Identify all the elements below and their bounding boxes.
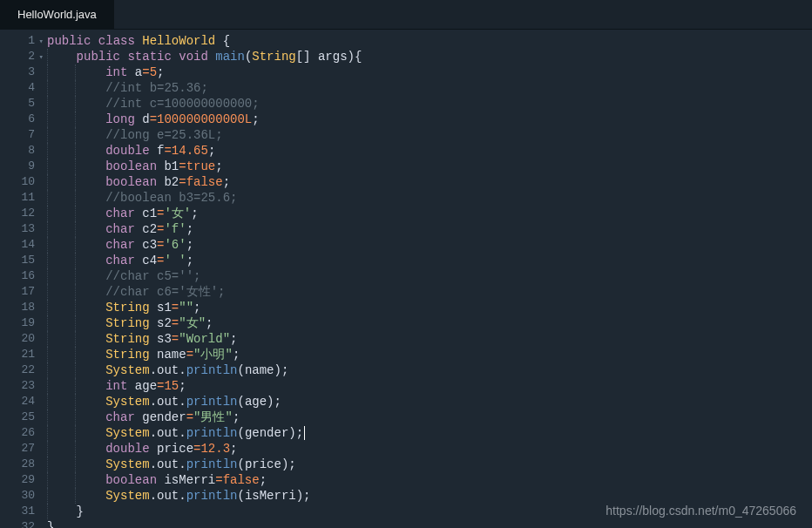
token-cls: String	[105, 332, 149, 346]
code-line[interactable]: System.out.println(price);	[47, 457, 812, 472]
code-line[interactable]: String name="小明";	[47, 347, 812, 362]
code-line[interactable]: //long e=25.36L;	[47, 127, 812, 143]
line-number: 27	[3, 441, 35, 457]
token-punct: ;	[191, 206, 198, 220]
indent-guide	[75, 268, 76, 284]
code-line[interactable]: String s1="";	[47, 300, 812, 315]
code-line[interactable]: int a=5;	[47, 64, 812, 80]
token-op: =	[172, 316, 179, 330]
indent-guide	[47, 284, 48, 300]
code-line[interactable]: boolean b1=true;	[47, 159, 812, 174]
watermark: https://blog.csdn.net/m0_47265066	[606, 504, 796, 518]
token-space	[135, 222, 142, 236]
token-punct: ;	[157, 65, 164, 79]
token-id: s1	[157, 301, 172, 315]
indent-guide	[47, 378, 48, 394]
token-id: out	[157, 395, 179, 409]
code-line[interactable]: public class HelloWorld {	[47, 33, 812, 49]
indent-guide	[75, 300, 76, 315]
code-line[interactable]: double f=14.65;	[47, 143, 812, 159]
code-line[interactable]: //int b=25.36;	[47, 80, 812, 96]
code-line[interactable]: //char c5='';	[47, 268, 812, 284]
code-line[interactable]: char c3='6';	[47, 237, 812, 253]
code-line[interactable]: boolean isMerri=false;	[47, 472, 812, 488]
token-type: char	[105, 254, 135, 267]
token-id: c3	[142, 238, 157, 252]
token-op: =	[179, 159, 186, 173]
code-line[interactable]: System.out.println(name);	[47, 362, 812, 378]
token-punct: ;	[208, 144, 215, 158]
token-kw: class	[98, 34, 135, 48]
code-line[interactable]: //boolean b3=25.6;	[47, 190, 812, 206]
code-line[interactable]: char c4=' ';	[47, 253, 812, 268]
code-editor[interactable]: 1▾2▾345678910111213141516171819202122232…	[0, 30, 812, 528]
code-line[interactable]: }	[47, 519, 812, 528]
indent-guide	[47, 237, 48, 253]
token-num: 100000000000L	[157, 112, 252, 126]
line-number: 20	[3, 331, 35, 347]
token-space	[135, 254, 142, 267]
token-punct: .	[150, 363, 157, 377]
token-punct: ;	[223, 175, 230, 189]
indent-guide	[75, 315, 76, 331]
token-op: =	[172, 332, 179, 346]
code-line[interactable]: String s3="World";	[47, 331, 812, 347]
token-op: =	[186, 410, 193, 424]
indent-guide	[75, 488, 76, 504]
code-line[interactable]: char c1='女';	[47, 206, 812, 221]
token-type: char	[105, 206, 135, 220]
indent-guide	[47, 112, 48, 127]
line-number: 17	[3, 284, 35, 300]
token-punct: ;	[179, 379, 186, 393]
token-id: price	[157, 442, 193, 456]
code-line[interactable]: public static void main(String[] args){	[47, 49, 812, 64]
token-punct: .	[150, 426, 157, 440]
token-punct: (	[237, 457, 244, 471]
token-id: args	[318, 50, 348, 64]
indent-guide	[75, 221, 76, 237]
code-line[interactable]: System.out.println(age);	[47, 394, 812, 410]
code-line[interactable]: int age=15;	[47, 378, 812, 394]
code-line[interactable]: long d=100000000000L;	[47, 112, 812, 127]
token-type: long	[105, 112, 135, 126]
indent-guide	[47, 441, 48, 457]
code-line[interactable]: String s2="女";	[47, 315, 812, 331]
token-punct: ;	[193, 301, 200, 315]
code-line[interactable]: double price=12.3;	[47, 441, 812, 457]
token-type: char	[105, 222, 135, 236]
line-number: 15	[3, 253, 35, 268]
code-content[interactable]: public class HelloWorld { public static …	[42, 30, 812, 528]
token-kw: static	[127, 50, 171, 64]
token-cls: String	[105, 316, 149, 330]
token-str: "女"	[179, 316, 206, 330]
line-number: 24	[3, 394, 35, 410]
token-comment: //char c6='女性';	[105, 285, 225, 299]
token-id: out	[157, 489, 179, 503]
token-id: c4	[142, 254, 157, 267]
indent-guide	[47, 410, 48, 425]
indent-guide	[75, 362, 76, 378]
token-id: b2	[164, 175, 179, 189]
token-fn: println	[186, 363, 238, 377]
indent-guide	[75, 347, 76, 362]
code-line[interactable]: boolean b2=false;	[47, 174, 812, 190]
token-fn: println	[186, 395, 238, 409]
token-cls: String	[252, 50, 295, 64]
token-punct: ;	[260, 473, 267, 487]
token-op: =	[142, 65, 149, 79]
code-line[interactable]: System.out.println(isMerri);	[47, 488, 812, 504]
token-punct: (	[237, 395, 244, 409]
code-line[interactable]: System.out.println(gender);	[47, 425, 812, 441]
indent-guide	[75, 96, 76, 112]
tab-file[interactable]: HelloWorld.java	[0, 0, 114, 29]
token-id: gender	[245, 426, 288, 440]
token-space	[172, 50, 179, 64]
code-line[interactable]: char gender="男性";	[47, 410, 812, 425]
code-line[interactable]: //int c=100000000000;	[47, 96, 812, 112]
indent-guide	[47, 504, 48, 519]
token-id: b1	[164, 159, 179, 173]
indent-guide	[47, 221, 48, 237]
token-str: ' '	[164, 254, 186, 267]
code-line[interactable]: char c2='f';	[47, 221, 812, 237]
code-line[interactable]: //char c6='女性';	[47, 284, 812, 300]
